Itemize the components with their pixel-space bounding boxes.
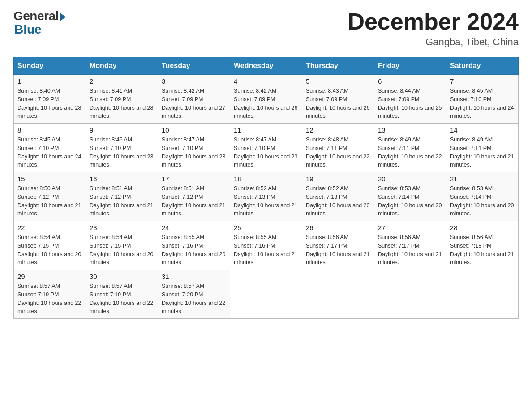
- calendar-cell: 26Sunrise: 8:56 AM Sunset: 7:17 PM Dayli…: [302, 221, 374, 270]
- day-info: Sunrise: 8:46 AM Sunset: 7:10 PM Dayligh…: [90, 136, 154, 169]
- logo-general-text: General: [13, 9, 59, 23]
- day-info: Sunrise: 8:54 AM Sunset: 7:15 PM Dayligh…: [90, 233, 154, 267]
- calendar-cell: 25Sunrise: 8:55 AM Sunset: 7:16 PM Dayli…: [230, 221, 302, 270]
- calendar-week-row: 8Sunrise: 8:45 AM Sunset: 7:10 PM Daylig…: [14, 124, 519, 172]
- day-info: Sunrise: 8:40 AM Sunset: 7:09 PM Dayligh…: [17, 87, 82, 120]
- day-number: 29: [17, 273, 82, 280]
- calendar-cell: 7Sunrise: 8:45 AM Sunset: 7:10 PM Daylig…: [446, 75, 519, 124]
- month-title: December 2024: [348, 9, 519, 34]
- calendar-cell: 27Sunrise: 8:56 AM Sunset: 7:17 PM Dayli…: [374, 221, 446, 270]
- column-header-saturday: Saturday: [446, 57, 519, 75]
- calendar-cell: 15Sunrise: 8:50 AM Sunset: 7:12 PM Dayli…: [14, 172, 86, 221]
- day-number: 5: [306, 77, 370, 85]
- calendar-week-row: 29Sunrise: 8:57 AM Sunset: 7:19 PM Dayli…: [14, 270, 519, 319]
- calendar-cell: 30Sunrise: 8:57 AM Sunset: 7:19 PM Dayli…: [86, 270, 158, 319]
- column-header-wednesday: Wednesday: [230, 57, 302, 75]
- location-text: Gangba, Tibet, China: [348, 36, 519, 48]
- day-info: Sunrise: 8:42 AM Sunset: 7:09 PM Dayligh…: [234, 87, 298, 120]
- calendar-cell: 23Sunrise: 8:54 AM Sunset: 7:15 PM Dayli…: [86, 221, 158, 270]
- day-number: 28: [450, 224, 515, 231]
- calendar-cell: [302, 270, 374, 319]
- day-info: Sunrise: 8:44 AM Sunset: 7:09 PM Dayligh…: [378, 87, 442, 120]
- day-info: Sunrise: 8:49 AM Sunset: 7:11 PM Dayligh…: [450, 136, 515, 169]
- column-header-friday: Friday: [374, 57, 446, 75]
- day-number: 23: [90, 224, 154, 231]
- calendar-cell: 14Sunrise: 8:49 AM Sunset: 7:11 PM Dayli…: [446, 124, 519, 172]
- day-info: Sunrise: 8:50 AM Sunset: 7:12 PM Dayligh…: [17, 184, 82, 218]
- day-number: 3: [162, 77, 226, 85]
- day-number: 16: [90, 175, 154, 183]
- calendar-cell: 31Sunrise: 8:57 AM Sunset: 7:20 PM Dayli…: [158, 270, 230, 319]
- day-info: Sunrise: 8:52 AM Sunset: 7:13 PM Dayligh…: [234, 184, 298, 218]
- calendar-cell: [374, 270, 446, 319]
- calendar-cell: 21Sunrise: 8:53 AM Sunset: 7:14 PM Dayli…: [446, 172, 519, 221]
- calendar-week-row: 15Sunrise: 8:50 AM Sunset: 7:12 PM Dayli…: [14, 172, 519, 221]
- calendar-cell: [230, 270, 302, 319]
- calendar-cell: 10Sunrise: 8:47 AM Sunset: 7:10 PM Dayli…: [158, 124, 230, 172]
- day-info: Sunrise: 8:57 AM Sunset: 7:19 PM Dayligh…: [17, 282, 82, 316]
- day-number: 14: [450, 126, 515, 134]
- day-number: 15: [17, 175, 82, 183]
- calendar-week-row: 1Sunrise: 8:40 AM Sunset: 7:09 PM Daylig…: [14, 75, 519, 124]
- day-info: Sunrise: 8:41 AM Sunset: 7:09 PM Dayligh…: [90, 87, 154, 120]
- calendar-cell: 29Sunrise: 8:57 AM Sunset: 7:19 PM Dayli…: [14, 270, 86, 319]
- day-number: 12: [306, 126, 370, 134]
- day-info: Sunrise: 8:56 AM Sunset: 7:17 PM Dayligh…: [306, 233, 370, 267]
- day-info: Sunrise: 8:52 AM Sunset: 7:13 PM Dayligh…: [306, 184, 370, 218]
- calendar-table: SundayMondayTuesdayWednesdayThursdayFrid…: [13, 57, 519, 319]
- day-info: Sunrise: 8:43 AM Sunset: 7:09 PM Dayligh…: [306, 87, 370, 120]
- day-info: Sunrise: 8:48 AM Sunset: 7:11 PM Dayligh…: [306, 136, 370, 169]
- day-number: 6: [378, 77, 442, 85]
- day-number: 20: [378, 175, 442, 183]
- day-number: 26: [306, 224, 370, 231]
- day-info: Sunrise: 8:55 AM Sunset: 7:16 PM Dayligh…: [234, 233, 298, 267]
- calendar-cell: 18Sunrise: 8:52 AM Sunset: 7:13 PM Dayli…: [230, 172, 302, 221]
- column-header-monday: Monday: [86, 57, 158, 75]
- day-info: Sunrise: 8:55 AM Sunset: 7:16 PM Dayligh…: [162, 233, 226, 267]
- day-info: Sunrise: 8:53 AM Sunset: 7:14 PM Dayligh…: [450, 184, 515, 218]
- day-info: Sunrise: 8:49 AM Sunset: 7:11 PM Dayligh…: [378, 136, 442, 169]
- day-number: 27: [378, 224, 442, 231]
- day-number: 10: [162, 126, 226, 134]
- day-number: 1: [17, 77, 82, 85]
- day-number: 24: [162, 224, 226, 231]
- calendar-cell: 3Sunrise: 8:42 AM Sunset: 7:09 PM Daylig…: [158, 75, 230, 124]
- day-number: 25: [234, 224, 298, 231]
- day-info: Sunrise: 8:57 AM Sunset: 7:19 PM Dayligh…: [90, 282, 154, 316]
- day-info: Sunrise: 8:57 AM Sunset: 7:20 PM Dayligh…: [162, 282, 226, 316]
- column-header-sunday: Sunday: [14, 57, 86, 75]
- calendar-cell: 5Sunrise: 8:43 AM Sunset: 7:09 PM Daylig…: [302, 75, 374, 124]
- day-number: 2: [90, 77, 154, 85]
- calendar-cell: 22Sunrise: 8:54 AM Sunset: 7:15 PM Dayli…: [14, 221, 86, 270]
- day-info: Sunrise: 8:47 AM Sunset: 7:10 PM Dayligh…: [162, 136, 226, 169]
- day-info: Sunrise: 8:54 AM Sunset: 7:15 PM Dayligh…: [17, 233, 82, 267]
- calendar-cell: [446, 270, 519, 319]
- day-number: 21: [450, 175, 515, 183]
- day-info: Sunrise: 8:56 AM Sunset: 7:17 PM Dayligh…: [378, 233, 442, 267]
- day-number: 19: [306, 175, 370, 183]
- logo-arrow-icon: [60, 13, 66, 21]
- day-number: 11: [234, 126, 298, 134]
- calendar-week-row: 22Sunrise: 8:54 AM Sunset: 7:15 PM Dayli…: [14, 221, 519, 270]
- calendar-cell: 8Sunrise: 8:45 AM Sunset: 7:10 PM Daylig…: [14, 124, 86, 172]
- day-info: Sunrise: 8:56 AM Sunset: 7:18 PM Dayligh…: [450, 233, 515, 267]
- day-number: 22: [17, 224, 82, 231]
- calendar-header-row: SundayMondayTuesdayWednesdayThursdayFrid…: [14, 57, 519, 75]
- day-number: 9: [90, 126, 154, 134]
- page-header: General Blue December 2024 Gangba, Tibet…: [13, 9, 519, 48]
- calendar-cell: 13Sunrise: 8:49 AM Sunset: 7:11 PM Dayli…: [374, 124, 446, 172]
- calendar-cell: 11Sunrise: 8:47 AM Sunset: 7:10 PM Dayli…: [230, 124, 302, 172]
- column-header-tuesday: Tuesday: [158, 57, 230, 75]
- title-block: December 2024 Gangba, Tibet, China: [348, 9, 519, 48]
- day-info: Sunrise: 8:42 AM Sunset: 7:09 PM Dayligh…: [162, 87, 226, 120]
- calendar-cell: 12Sunrise: 8:48 AM Sunset: 7:11 PM Dayli…: [302, 124, 374, 172]
- day-number: 7: [450, 77, 515, 85]
- calendar-cell: 17Sunrise: 8:51 AM Sunset: 7:12 PM Dayli…: [158, 172, 230, 221]
- calendar-cell: 16Sunrise: 8:51 AM Sunset: 7:12 PM Dayli…: [86, 172, 158, 221]
- calendar-cell: 2Sunrise: 8:41 AM Sunset: 7:09 PM Daylig…: [86, 75, 158, 124]
- column-header-thursday: Thursday: [302, 57, 374, 75]
- day-number: 30: [90, 273, 154, 280]
- calendar-cell: 28Sunrise: 8:56 AM Sunset: 7:18 PM Dayli…: [446, 221, 519, 270]
- day-info: Sunrise: 8:51 AM Sunset: 7:12 PM Dayligh…: [90, 184, 154, 218]
- calendar-cell: 24Sunrise: 8:55 AM Sunset: 7:16 PM Dayli…: [158, 221, 230, 270]
